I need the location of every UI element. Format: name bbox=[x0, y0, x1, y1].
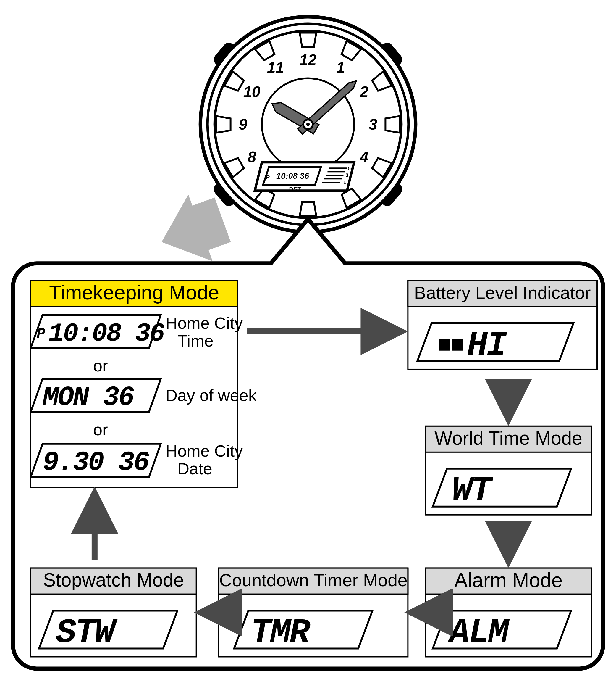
svg-text:■■: ■■ bbox=[437, 332, 463, 359]
watch-lcd-window: 10:08 36 P 5 3 1 DST bbox=[255, 162, 354, 192]
svg-text:9: 9 bbox=[239, 116, 247, 133]
svg-text:HI: HI bbox=[467, 326, 507, 365]
countdown-timer-box: Countdown Timer Mode TMR bbox=[219, 568, 408, 657]
svg-text:TMR: TMR bbox=[251, 614, 310, 653]
svg-text:8: 8 bbox=[247, 148, 256, 166]
timekeeping-mode-box: Timekeeping Mode P 10:08 36 Home City Ti… bbox=[31, 280, 257, 488]
svg-text:4: 4 bbox=[359, 148, 369, 166]
svg-text:10:08 36: 10:08 36 bbox=[276, 171, 309, 180]
svg-text:Day of week: Day of week bbox=[166, 386, 257, 405]
svg-text:Alarm Mode: Alarm Mode bbox=[454, 569, 563, 591]
svg-text:Date: Date bbox=[177, 459, 212, 478]
svg-text:STW: STW bbox=[56, 614, 118, 653]
svg-text:P: P bbox=[37, 326, 45, 342]
timekeeping-mode-title: Timekeeping Mode bbox=[49, 281, 219, 304]
svg-text:3: 3 bbox=[346, 173, 348, 178]
svg-point-34 bbox=[306, 123, 310, 126]
svg-text:2: 2 bbox=[359, 83, 369, 100]
svg-text:Home City: Home City bbox=[166, 442, 243, 460]
svg-text:11: 11 bbox=[267, 59, 284, 76]
svg-text:12: 12 bbox=[300, 51, 317, 68]
svg-text:9.30 36: 9.30 36 bbox=[43, 447, 149, 478]
svg-text:DST: DST bbox=[289, 186, 301, 192]
svg-text:10:08 36: 10:08 36 bbox=[48, 319, 164, 348]
svg-text:1: 1 bbox=[343, 180, 346, 185]
svg-text:P: P bbox=[266, 174, 270, 180]
svg-text:World Time Mode: World Time Mode bbox=[435, 428, 582, 449]
svg-text:Home City: Home City bbox=[166, 314, 243, 332]
svg-text:5: 5 bbox=[348, 166, 351, 171]
watch-illustration: 12 1 2 3 4 5 6 7 8 9 10 11 10:08 36 P bbox=[200, 17, 416, 232]
svg-text:WT: WT bbox=[452, 471, 493, 511]
svg-text:or: or bbox=[93, 356, 108, 375]
svg-text:10: 10 bbox=[243, 83, 261, 100]
svg-text:MON 36: MON 36 bbox=[42, 382, 134, 413]
svg-text:ALM: ALM bbox=[447, 614, 509, 653]
svg-text:Stopwatch Mode: Stopwatch Mode bbox=[43, 570, 184, 591]
svg-text:1: 1 bbox=[336, 59, 345, 76]
alarm-mode-box: Alarm Mode ALM bbox=[425, 568, 591, 657]
svg-text:Time: Time bbox=[177, 332, 214, 350]
svg-text:Battery Level Indicator: Battery Level Indicator bbox=[414, 283, 591, 303]
svg-text:or: or bbox=[93, 420, 108, 439]
svg-text:Countdown Timer Mode: Countdown Timer Mode bbox=[219, 570, 408, 590]
battery-level-box: Battery Level Indicator ■■ HI bbox=[408, 280, 597, 369]
world-time-box: World Time Mode WT bbox=[425, 426, 591, 515]
svg-text:3: 3 bbox=[369, 116, 377, 133]
stopwatch-mode-box: Stopwatch Mode STW bbox=[31, 568, 196, 657]
